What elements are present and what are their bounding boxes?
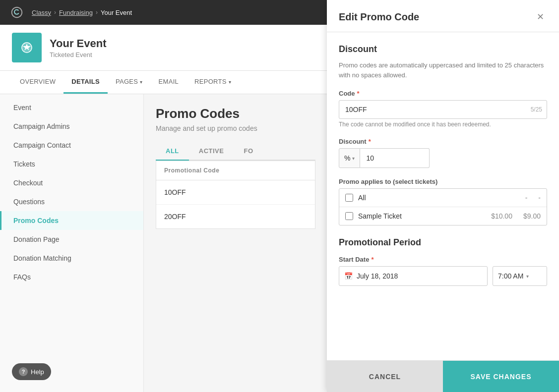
promo-table-header: Promotional Code <box>156 161 315 180</box>
code-input-wrapper: 5/25 <box>339 100 547 119</box>
promotional-period-section: Promotional Period Start Date * 📅 July 1… <box>339 237 547 286</box>
panel-body: Discount Promo codes are automatically u… <box>327 32 559 360</box>
code-hint: The code cannot be modified once it has … <box>339 121 547 128</box>
discount-required-star: * <box>369 138 371 145</box>
discount-field-group: Discount * % ▾ <box>339 138 547 168</box>
tab-details[interactable]: DETAILS <box>63 71 108 94</box>
applies-price-sample-ticket: $10.00 <box>491 212 512 220</box>
start-date-field-group: Start Date * 📅 July 18, 2018 7:00 AM ▾ <box>339 256 547 286</box>
applies-to-field-group: Promo applies to (select tickets) All - … <box>339 178 547 225</box>
start-date-value: July 18, 2018 <box>357 272 398 280</box>
sidebar-item-campaign-admins[interactable]: Campaign Admins <box>0 117 143 136</box>
sidebar: Event Campaign Admins Campaign Contact T… <box>0 94 144 392</box>
breadcrumb-classy[interactable]: Classy <box>32 9 51 16</box>
start-time-value: 7:00 AM <box>498 272 523 280</box>
applies-name-all: All <box>358 194 520 202</box>
applies-checkbox-all[interactable] <box>345 194 353 202</box>
discount-description: Promo codes are automatically uppercased… <box>339 60 547 80</box>
sidebar-item-campaign-contact[interactable]: Campaign Contact <box>0 136 143 155</box>
promo-code-table: Promotional Code 10OFF 20OFF <box>156 161 315 229</box>
close-icon[interactable]: ✕ <box>533 10 547 24</box>
breadcrumb-sep-2: › <box>96 9 98 16</box>
tab-pages[interactable]: PAGES ▾ <box>108 71 151 94</box>
tab-reports[interactable]: REPORTS ▾ <box>186 71 239 94</box>
promo-row-10off[interactable]: 10OFF <box>156 180 315 205</box>
chevron-down-icon: ▾ <box>352 156 355 161</box>
panel-title: Edit Promo Code <box>339 11 419 23</box>
applies-checkbox-sample-ticket[interactable] <box>345 212 353 220</box>
promo-tab-active[interactable]: ACTIVE <box>189 142 234 160</box>
date-input-wrap[interactable]: 📅 July 18, 2018 <box>339 266 488 286</box>
promotional-period-title: Promotional Period <box>339 237 547 248</box>
applies-row-all: All - - <box>339 189 547 207</box>
calendar-icon: 📅 <box>344 272 353 280</box>
applies-to-box: All - - Sample Ticket $10.00 $9.00 <box>339 188 547 225</box>
code-input[interactable] <box>339 100 547 119</box>
panel-header: Edit Promo Code ✕ <box>327 0 559 32</box>
sidebar-item-tickets[interactable]: Tickets <box>0 155 143 173</box>
discount-type-value: % <box>344 154 350 162</box>
help-label: Help <box>31 368 44 376</box>
applies-discounted-sample-ticket: $9.00 <box>523 212 541 220</box>
breadcrumb-current: Your Event <box>101 9 132 16</box>
sidebar-item-promo-codes[interactable]: Promo Codes <box>0 211 143 230</box>
sidebar-item-faqs[interactable]: FAQs <box>0 268 143 286</box>
applies-to-label: Promo applies to (select tickets) <box>339 178 547 185</box>
help-icon: ? <box>19 367 28 376</box>
cancel-button[interactable]: CANCEL <box>327 361 443 392</box>
sidebar-item-donation-matching[interactable]: Donation Matching <box>0 249 143 268</box>
applies-name-sample-ticket: Sample Ticket <box>358 212 486 220</box>
help-button[interactable]: ? Help <box>12 363 51 380</box>
breadcrumb-sep-1: › <box>54 9 56 16</box>
discount-type-select[interactable]: % ▾ <box>339 148 360 168</box>
discount-title: Discount <box>339 44 547 55</box>
time-select[interactable]: 7:00 AM ▾ <box>493 266 547 286</box>
sidebar-item-questions[interactable]: Questions <box>0 192 143 211</box>
tab-email[interactable]: EMAIL <box>151 71 187 94</box>
page-content: Promo Codes Manage and set up promo code… <box>144 94 327 392</box>
sidebar-item-event[interactable]: Event <box>0 98 143 117</box>
sidebar-item-donation-page[interactable]: Donation Page <box>0 230 143 249</box>
start-date-required-star: * <box>371 256 373 263</box>
code-required-star: * <box>357 90 360 97</box>
promo-tab-fo[interactable]: FO <box>234 142 263 160</box>
discount-section: Discount Promo codes are automatically u… <box>339 44 547 225</box>
panel-footer: CANCEL SAVE CHANGES <box>327 360 559 392</box>
date-row: 📅 July 18, 2018 7:00 AM ▾ <box>339 266 547 286</box>
campaign-subtitle: Ticketed Event <box>50 51 107 58</box>
applies-discounted-all: - <box>538 194 541 202</box>
promo-code-tabs: ALL ACTIVE FO <box>156 142 315 161</box>
discount-label: Discount * <box>339 138 547 145</box>
start-date-label: Start Date * <box>339 256 547 263</box>
discount-row: % ▾ <box>339 148 547 168</box>
code-field-group: Code * 5/25 The code cannot be modified … <box>339 90 547 128</box>
sidebar-item-checkout[interactable]: Checkout <box>0 173 143 192</box>
campaign-icon <box>12 33 42 62</box>
page-title: Promo Codes <box>156 106 315 121</box>
save-changes-button[interactable]: SAVE CHANGES <box>443 361 559 392</box>
edit-panel: Edit Promo Code ✕ Discount Promo codes a… <box>327 0 559 392</box>
tab-navigation: OVERVIEW DETAILS PAGES ▾ EMAIL REPORTS ▾ <box>0 71 327 94</box>
breadcrumb-fundraising[interactable]: Fundraising <box>59 9 93 16</box>
tab-overview[interactable]: OVERVIEW <box>12 71 63 94</box>
code-char-count: 5/25 <box>531 106 542 113</box>
campaign-header: Your Event Ticketed Event <box>0 25 327 71</box>
applies-price-all: - <box>525 194 528 202</box>
breadcrumb: Classy › Fundraising › Your Event <box>32 9 132 16</box>
promo-tab-all[interactable]: ALL <box>156 142 189 161</box>
promo-row-20off[interactable]: 20OFF <box>156 205 315 228</box>
discount-amount-input[interactable] <box>360 148 430 168</box>
classy-logo[interactable] <box>8 3 26 21</box>
code-label: Code * <box>339 90 547 97</box>
applies-row-sample-ticket: Sample Ticket $10.00 $9.00 <box>339 207 547 225</box>
campaign-title: Your Event <box>50 37 107 50</box>
time-chevron-icon: ▾ <box>526 274 529 279</box>
page-description: Manage and set up promo codes <box>156 124 315 132</box>
